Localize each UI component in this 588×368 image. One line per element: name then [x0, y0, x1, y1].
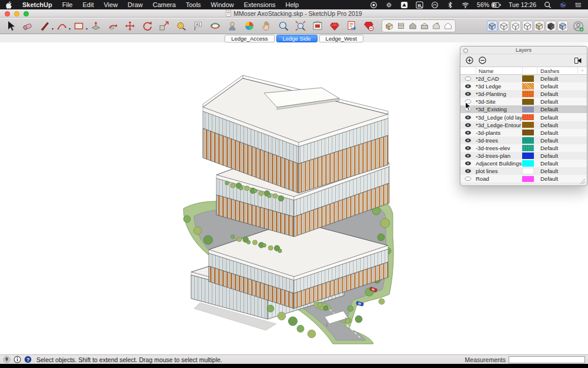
layer-dashes-value[interactable]: Default [537, 122, 587, 128]
layer-color-swatch[interactable] [522, 160, 534, 167]
select-tool-icon[interactable] [4, 19, 17, 32]
move-tool-icon[interactable] [123, 19, 136, 32]
menu-window[interactable]: Window [211, 1, 234, 8]
layer-name[interactable]: plot lines [476, 168, 522, 174]
sync-gear-icon[interactable] [385, 1, 393, 9]
layer-name[interactable]: -3d-plants [476, 130, 522, 136]
column-header-name[interactable]: Name [476, 67, 522, 75]
hidden-line-style-icon[interactable] [522, 21, 533, 31]
orbit-tool-icon[interactable] [209, 19, 222, 32]
layer-name[interactable]: *3d_Ledge (old lay [476, 114, 522, 121]
layer-name[interactable]: *3d-Planting [476, 91, 522, 97]
dropdown-caret-icon[interactable]: ▾ [69, 26, 71, 31]
extension-warehouse-icon[interactable] [328, 19, 341, 32]
send-to-layout-icon[interactable] [345, 19, 358, 32]
account-avatar[interactable] [573, 21, 584, 32]
eraser-tool-icon[interactable] [21, 19, 34, 32]
menu-view[interactable]: View [103, 1, 118, 8]
layer-row[interactable]: -3d-trees-planDefault [460, 152, 587, 160]
layer-row[interactable]: *3d-SiteDefault [460, 98, 587, 105]
warehouse-3d-icon[interactable] [311, 19, 324, 32]
monochrome-style-icon[interactable] [557, 21, 568, 31]
layer-dashes-value[interactable]: Default [537, 98, 587, 105]
wireframe-style-icon[interactable] [510, 21, 521, 31]
layer-dashes-value[interactable]: Default [537, 160, 587, 167]
menu-camera[interactable]: Camera [153, 1, 176, 8]
layer-color-swatch[interactable] [522, 176, 534, 183]
layer-dashes-value[interactable]: Default [537, 168, 587, 174]
layer-dashes-value[interactable]: Default [537, 137, 587, 144]
panel-resize-grip[interactable] [580, 178, 586, 184]
layer-row[interactable]: -3d-plantsDefault [460, 129, 587, 137]
rectangle-tool-icon[interactable]: ▾ [72, 19, 85, 32]
xray-style-icon[interactable] [487, 21, 497, 31]
layer-visibility-toggle[interactable] [460, 107, 476, 112]
scene-tab-ledge-access[interactable]: Ledge_Access [225, 35, 274, 42]
text-tool-icon[interactable]: A1 [192, 19, 205, 32]
layer-row[interactable]: -3d-treesDefault [460, 137, 587, 144]
layer-color-swatch[interactable] [522, 107, 534, 113]
layer-name[interactable]: *3d-Site [476, 98, 522, 105]
menu-file[interactable]: File [62, 1, 73, 8]
layer-color-swatch[interactable] [522, 75, 534, 82]
layer-name[interactable]: *3d Ledge [476, 83, 522, 89]
front-view-icon[interactable] [407, 21, 418, 31]
layer-visibility-toggle[interactable] [460, 115, 476, 120]
layer-name[interactable]: Road [476, 175, 522, 182]
siri-icon[interactable] [559, 1, 567, 9]
followme-tool-icon[interactable] [106, 19, 119, 32]
deploy-app-icon[interactable] [400, 1, 408, 9]
b-app-icon[interactable]: B [416, 1, 423, 9]
layer-visibility-toggle[interactable] [460, 168, 476, 174]
iso-view-icon[interactable] [384, 21, 395, 31]
line-tool-icon[interactable]: ▾ [38, 19, 51, 32]
back-view-icon[interactable] [431, 21, 442, 31]
layer-dashes-value[interactable]: Default [537, 75, 587, 82]
layer-dashes-value[interactable]: Default [537, 83, 587, 89]
menu-extensions[interactable]: Extensions [244, 1, 276, 8]
layer-color-swatch[interactable] [522, 99, 534, 105]
dropdown-caret-icon[interactable]: ▾ [52, 26, 54, 31]
layer-color-swatch[interactable] [522, 152, 534, 159]
back-edges-style-icon[interactable] [499, 21, 509, 31]
shaded-style-icon[interactable] [534, 21, 544, 31]
menu-help[interactable]: Help [286, 1, 299, 8]
layer-row[interactable]: *3d_Ledge-EntourDefault [460, 121, 587, 129]
layer-dashes-value[interactable]: Default [537, 130, 587, 136]
shaded-textures-style-icon[interactable] [546, 21, 556, 31]
layer-row[interactable]: *3d_Ledge (old layDefault [460, 113, 587, 121]
pan-tool-icon[interactable] [260, 19, 273, 32]
layer-color-swatch[interactable] [522, 145, 534, 151]
geolocation-icon[interactable] [3, 356, 11, 363]
tape-measure-tool-icon[interactable] [175, 19, 188, 32]
zoom-button[interactable] [24, 11, 29, 16]
dropdown-caret-icon[interactable]: ▾ [86, 26, 88, 31]
panel-close-button[interactable] [463, 48, 468, 53]
layer-name[interactable]: *3d_Existing [476, 106, 522, 112]
right-view-icon[interactable] [419, 21, 430, 31]
layer-visibility-toggle[interactable] [460, 138, 476, 143]
column-header-color[interactable] [522, 67, 537, 75]
creative-cloud-icon[interactable] [431, 1, 439, 9]
layer-visibility-toggle[interactable] [460, 176, 476, 181]
layer-row[interactable]: *3d LedgeDefault [460, 82, 587, 90]
menu-draw[interactable]: Draw [128, 1, 143, 8]
layer-row[interactable]: *3d_ExistingDefault [460, 105, 587, 113]
layer-color-swatch[interactable] [522, 130, 534, 136]
layer-color-swatch[interactable] [522, 83, 534, 89]
layer-row[interactable]: Adjacent BuildingsDefault [460, 160, 587, 167]
left-view-icon[interactable] [443, 21, 453, 31]
model-viewport[interactable]: Layers Name Dashes ^ *2d_CADDefault*3d L… [0, 42, 588, 354]
layer-visibility-toggle[interactable] [460, 153, 476, 158]
extension-manager-icon[interactable] [362, 19, 375, 32]
scale-tool-icon[interactable] [158, 19, 171, 32]
screen-record-icon[interactable] [370, 1, 377, 9]
help-icon[interactable]: ? [24, 356, 32, 363]
pushpull-tool-icon[interactable] [89, 19, 102, 32]
layer-name[interactable]: -3d-trees-elev [476, 145, 522, 151]
layer-color-swatch[interactable] [522, 137, 534, 144]
sort-indicator[interactable]: ^ [577, 67, 587, 75]
app-menu[interactable]: SketchUp [22, 1, 52, 8]
scene-tab-ledge-west[interactable]: Ledge_West [319, 35, 363, 42]
layer-visibility-toggle[interactable] [460, 84, 476, 89]
